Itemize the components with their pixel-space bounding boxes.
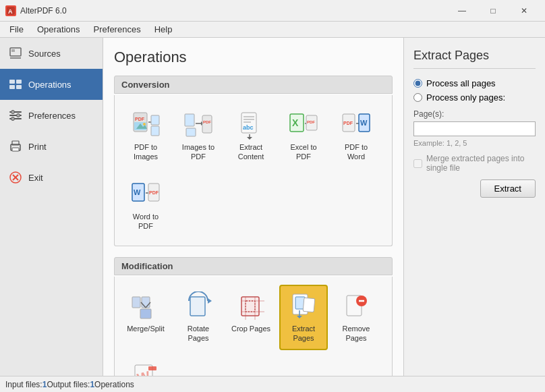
only-pages-option[interactable]: Process only pages:: [413, 92, 536, 103]
pdf-to-word-label: PDF toWord: [345, 142, 368, 162]
modification-section: Modification Merge/Split: [114, 257, 393, 376]
pages-input[interactable]: [413, 121, 536, 136]
preferences-label: Preferences: [28, 111, 76, 121]
op-extract-content[interactable]: abc ExtractContent: [227, 103, 275, 169]
svg-text:W: W: [134, 188, 141, 196]
all-pages-option[interactable]: Process all pages: [413, 78, 536, 88]
menu-file[interactable]: File: [3, 23, 30, 36]
svg-marker-42: [247, 137, 252, 140]
svg-text:PDF: PDF: [135, 117, 145, 121]
svg-rect-68: [241, 297, 259, 316]
svg-text:PDF: PDF: [149, 190, 159, 195]
op-extract-pages[interactable]: ExtractPages: [279, 285, 328, 350]
watermark-icon: W: [131, 361, 161, 376]
svg-rect-17: [12, 148, 19, 151]
op-merge-split[interactable]: Merge/Split: [121, 285, 170, 350]
svg-rect-8: [16, 85, 22, 89]
svg-text:PDF: PDF: [343, 121, 353, 125]
svg-rect-29: [151, 126, 159, 136]
right-panel: Extract Pages Process all pages Process …: [403, 38, 545, 376]
modification-body: Merge/Split RotatePages: [114, 277, 393, 376]
op-excel-to-pdf[interactable]: X PDF Excel toPDF: [279, 103, 328, 169]
maximize-button[interactable]: □: [478, 0, 509, 22]
svg-rect-61: [132, 297, 140, 308]
word-to-pdf-icon: W PDF: [131, 179, 161, 209]
svg-rect-28: [151, 115, 159, 125]
svg-rect-2: [10, 48, 21, 56]
modification-header: Modification: [114, 257, 393, 275]
output-count: 1: [90, 380, 94, 389]
extract-button[interactable]: Extract: [480, 179, 536, 198]
print-label: Print: [28, 142, 47, 152]
app-icon: A: [5, 5, 16, 16]
excel-to-pdf-label: Excel toPDF: [290, 142, 316, 162]
svg-text:X: X: [292, 117, 299, 128]
input-label: Input files:: [5, 380, 42, 389]
exit-label: Exit: [28, 173, 43, 183]
op-pdf-to-word[interactable]: PDF W PDF toWord: [332, 103, 380, 169]
pages-field-group: Page(s): Example: 1, 2, 5: [413, 109, 536, 147]
op-pdf-to-images[interactable]: PDF PDF toImages: [121, 103, 170, 169]
ops-label: Operations: [94, 380, 134, 389]
conversion-section: Conversion PDF: [114, 76, 393, 246]
sidebar-item-operations[interactable]: Operations: [0, 69, 103, 100]
exit-icon: [8, 170, 23, 185]
main-layout: Sources Operations: [0, 38, 545, 376]
operations-icon: [8, 77, 23, 92]
preferences-icon: [8, 108, 23, 123]
svg-marker-77: [297, 316, 302, 318]
op-watermark[interactable]: W Watermark: [121, 354, 170, 376]
all-pages-label: Process all pages: [426, 78, 496, 88]
svg-point-14: [11, 117, 15, 121]
op-word-to-pdf[interactable]: W PDF Word toPDF: [121, 173, 170, 238]
merge-split-icon: [131, 291, 161, 321]
svg-text:A: A: [8, 8, 13, 15]
sidebar-item-print[interactable]: Print: [0, 131, 103, 162]
crop-pages-icon: [236, 291, 266, 321]
pdf-to-images-label: PDF toImages: [134, 142, 158, 162]
svg-text:PDF: PDF: [203, 120, 211, 124]
svg-rect-34: [202, 115, 212, 133]
page-options: Process all pages Process only pages:: [413, 78, 536, 103]
all-pages-radio[interactable]: [413, 79, 422, 88]
merge-checkbox[interactable]: [413, 159, 422, 168]
op-rotate-pages[interactable]: RotatePages: [174, 285, 223, 350]
extract-content-label: ExtractContent: [238, 142, 264, 162]
titlebar: A AlterPDF 6.0 — □ ✕: [0, 0, 545, 22]
sidebar-item-sources[interactable]: Sources: [0, 38, 103, 69]
minimize-button[interactable]: —: [447, 0, 478, 22]
svg-rect-78: [303, 298, 315, 312]
op-images-to-pdf[interactable]: PDF Images toPDF: [174, 103, 223, 169]
close-button[interactable]: ✕: [509, 0, 540, 22]
crop-pages-label: Crop Pages: [231, 324, 270, 333]
svg-marker-67: [208, 298, 212, 304]
input-count: 1: [42, 380, 47, 389]
svg-rect-65: [140, 309, 151, 318]
merge-label: Merge extracted pages intosingle file: [426, 154, 524, 173]
svg-point-12: [11, 111, 15, 114]
conversion-body: PDF PDF toImages: [114, 95, 393, 246]
sidebar-item-preferences[interactable]: Preferences: [0, 100, 103, 131]
menu-help[interactable]: Help: [148, 23, 179, 36]
sources-label: Sources: [28, 49, 61, 59]
svg-rect-7: [9, 85, 15, 89]
svg-rect-84: [148, 366, 156, 370]
rotate-pages-label: RotatePages: [188, 324, 209, 343]
sidebar-item-exit[interactable]: Exit: [0, 162, 103, 193]
op-remove-pages[interactable]: RemovePages: [332, 285, 380, 350]
menubar: File Operations Preferences Help: [0, 22, 545, 38]
pdf-to-word-icon: PDF W: [341, 110, 371, 140]
menu-operations[interactable]: Operations: [30, 23, 87, 36]
extract-pages-icon: [289, 291, 318, 321]
extract-pages-label: ExtractPages: [292, 324, 315, 343]
op-crop-pages[interactable]: Crop Pages: [227, 285, 275, 350]
only-pages-radio[interactable]: [413, 93, 422, 102]
svg-text:PDF: PDF: [307, 120, 315, 124]
svg-text:abc: abc: [243, 124, 254, 131]
menu-preferences[interactable]: Preferences: [87, 23, 148, 36]
svg-rect-66: [190, 297, 205, 316]
svg-rect-31: [186, 128, 196, 136]
statusbar: Input files: 1 Output files: 1 Operation…: [0, 376, 545, 392]
images-to-pdf-icon: PDF: [183, 110, 213, 140]
svg-point-13: [17, 114, 20, 117]
